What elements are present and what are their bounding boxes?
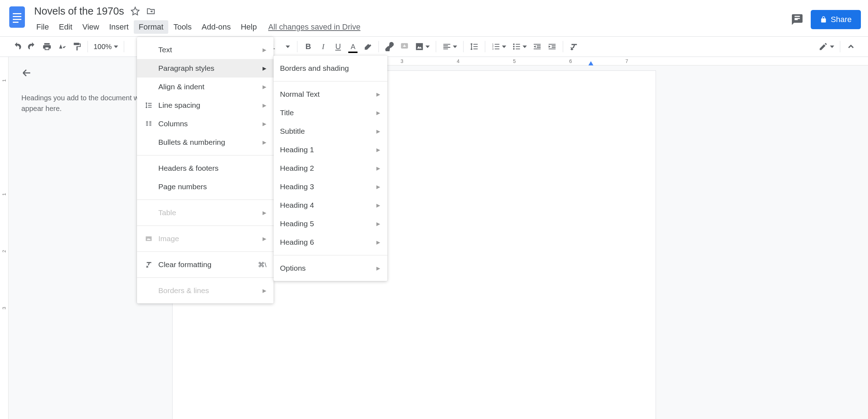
- submenu-arrow-icon: ▶: [263, 65, 266, 71]
- bold-button[interactable]: B: [301, 39, 315, 54]
- separator: [297, 41, 297, 52]
- chevron-down-icon: [830, 46, 834, 48]
- menu-page-numbers[interactable]: Page numbers: [137, 177, 274, 196]
- line-spacing-button[interactable]: [467, 39, 481, 54]
- text-color-button[interactable]: A: [346, 39, 360, 54]
- undo-icon: [12, 42, 22, 51]
- menu-line-spacing[interactable]: Line spacing▶: [137, 96, 274, 115]
- menu-bullets-numbering[interactable]: Bullets & numbering▶: [137, 133, 274, 152]
- save-status[interactable]: All changes saved in Drive: [268, 22, 360, 32]
- docs-logo[interactable]: [7, 4, 27, 31]
- star-icon[interactable]: [131, 6, 140, 16]
- menu-insert[interactable]: Insert: [104, 20, 134, 34]
- svg-point-12: [513, 46, 515, 47]
- submenu-arrow-icon: ▶: [376, 184, 380, 190]
- back-arrow-icon[interactable]: [21, 68, 32, 78]
- underline-icon: U: [335, 42, 341, 51]
- menu-columns[interactable]: Columns▶: [137, 115, 274, 133]
- menu-format[interactable]: Format: [134, 20, 169, 34]
- underline-button[interactable]: U: [331, 39, 345, 54]
- link-button[interactable]: [382, 39, 397, 54]
- menu-separator: [274, 255, 387, 255]
- image-button[interactable]: [412, 39, 432, 54]
- menu-heading-6[interactable]: Heading 6▶: [274, 233, 387, 251]
- spellcheck-button[interactable]: [55, 39, 69, 54]
- menu-heading-3[interactable]: Heading 3▶: [274, 177, 387, 196]
- svg-marker-14: [534, 46, 536, 48]
- increase-indent-button[interactable]: [545, 39, 559, 54]
- menu-clear-formatting[interactable]: Clear formatting⌘\: [137, 255, 274, 274]
- menu-view[interactable]: View: [77, 20, 104, 34]
- increase-indent-icon: [547, 42, 557, 51]
- lock-icon: [820, 16, 827, 23]
- svg-rect-4: [13, 22, 18, 23]
- right-indent-marker-icon[interactable]: [588, 61, 593, 65]
- separator: [88, 41, 88, 52]
- submenu-arrow-icon: ▶: [376, 202, 380, 208]
- chevron-down-icon: [425, 46, 430, 48]
- chevron-down-icon: [502, 46, 506, 48]
- menu-help[interactable]: Help: [236, 20, 262, 34]
- menu-title[interactable]: Title▶: [274, 104, 387, 122]
- submenu-arrow-icon: ▶: [376, 165, 380, 171]
- collapse-toolbar-button[interactable]: [844, 39, 858, 54]
- bulleted-list-button[interactable]: [509, 39, 529, 54]
- chevron-down-icon: [286, 46, 290, 48]
- italic-icon: I: [322, 42, 324, 51]
- format-menu: Text▶ Paragraph styles▶ Align & indent▶ …: [137, 37, 274, 303]
- menu-tools[interactable]: Tools: [168, 20, 196, 34]
- clear-format-icon: [569, 42, 578, 51]
- menu-heading-1[interactable]: Heading 1▶: [274, 140, 387, 159]
- menu-heading-5[interactable]: Heading 5▶: [274, 214, 387, 233]
- document-title[interactable]: Novels of the 1970s: [34, 5, 124, 17]
- menu-normal-text[interactable]: Normal Text▶: [274, 85, 387, 104]
- submenu-arrow-icon: ▶: [376, 221, 380, 227]
- submenu-arrow-icon: ▶: [263, 84, 266, 90]
- separator: [463, 41, 464, 52]
- submenu-arrow-icon: ▶: [376, 128, 380, 134]
- separator: [379, 41, 379, 52]
- redo-button[interactable]: [25, 39, 39, 54]
- menu-file[interactable]: File: [31, 20, 54, 34]
- menu-heading-4[interactable]: Heading 4▶: [274, 196, 387, 214]
- menu-addons[interactable]: Add-ons: [197, 20, 236, 34]
- menu-heading-2[interactable]: Heading 2▶: [274, 159, 387, 177]
- menu-separator: [274, 81, 387, 81]
- svg-marker-15: [549, 46, 551, 48]
- print-button[interactable]: [40, 39, 54, 54]
- menu-bar: File Edit View Insert Format Tools Add-o…: [31, 20, 791, 34]
- submenu-arrow-icon: ▶: [376, 265, 380, 271]
- align-button[interactable]: [440, 39, 460, 54]
- menu-align-indent[interactable]: Align & indent▶: [137, 78, 274, 96]
- workspace: 1 1 2 3 Headings you add to the document…: [0, 57, 868, 419]
- menu-headers-footers[interactable]: Headers & footers: [137, 159, 274, 177]
- redo-icon: [27, 42, 37, 51]
- image-icon: [143, 234, 154, 243]
- menu-text[interactable]: Text▶: [137, 41, 274, 59]
- menu-paragraph-styles[interactable]: Paragraph styles▶: [137, 59, 274, 78]
- comments-icon[interactable]: [791, 13, 804, 26]
- decrease-indent-button[interactable]: [530, 39, 544, 54]
- menu-options[interactable]: Options▶: [274, 259, 387, 277]
- spellcheck-icon: [57, 42, 67, 51]
- submenu-arrow-icon: ▶: [263, 47, 266, 53]
- undo-button[interactable]: [10, 39, 24, 54]
- zoom-select[interactable]: 100%: [91, 43, 120, 51]
- submenu-arrow-icon: ▶: [263, 236, 266, 242]
- add-comment-icon: [400, 42, 409, 51]
- move-to-folder-icon[interactable]: [146, 6, 155, 16]
- numbered-list-button[interactable]: 123: [489, 39, 509, 54]
- link-icon: [385, 42, 394, 51]
- docs-icon: [8, 5, 26, 29]
- clear-formatting-button[interactable]: [567, 39, 581, 54]
- paint-format-button[interactable]: [70, 39, 84, 54]
- menu-subtitle[interactable]: Subtitle▶: [274, 122, 387, 140]
- italic-button[interactable]: I: [316, 39, 330, 54]
- editing-mode-button[interactable]: [816, 39, 836, 54]
- menu-edit[interactable]: Edit: [54, 20, 77, 34]
- comment-button[interactable]: [397, 39, 412, 54]
- menu-borders-shading[interactable]: Borders and shading: [274, 59, 387, 78]
- highlight-button[interactable]: [361, 39, 375, 54]
- svg-rect-3: [13, 19, 21, 20]
- share-button[interactable]: Share: [811, 10, 861, 29]
